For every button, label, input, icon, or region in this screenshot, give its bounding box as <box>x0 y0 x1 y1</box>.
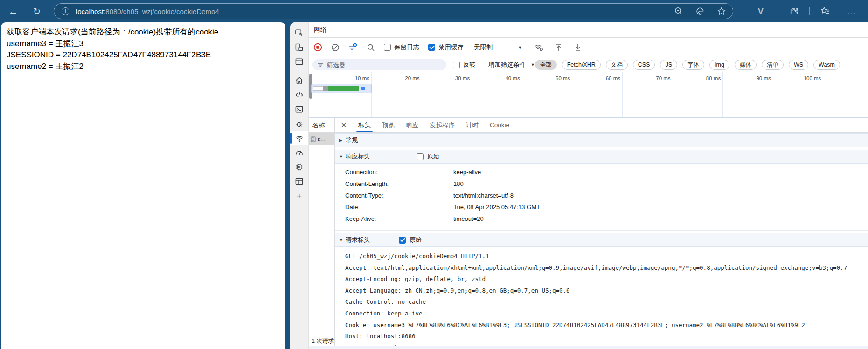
clear-button[interactable] <box>331 43 340 52</box>
zoom-out-icon[interactable] <box>674 7 683 16</box>
details-tab[interactable]: 预览 <box>376 118 400 132</box>
filter-chip[interactable]: JS <box>660 60 677 70</box>
sidebar-memory-button[interactable] <box>290 160 308 174</box>
sidebar-application-button[interactable] <box>290 174 308 189</box>
expanded-triangle-icon: ▼ <box>339 238 346 242</box>
request-list-empty-area <box>309 145 334 334</box>
application-icon <box>295 177 304 186</box>
throttling-dropdown[interactable]: 无限制 ▼ <box>474 43 522 52</box>
sidebar-elements-button[interactable] <box>290 88 308 102</box>
favorite-star-icon[interactable] <box>717 7 726 16</box>
export-har-button[interactable] <box>574 43 582 52</box>
filter-input-pill[interactable] <box>312 59 446 70</box>
browser-topbar: ← ↻ i localhost:8080/ch05_wzj/cookie/coo… <box>0 0 868 22</box>
network-overview[interactable]: 10 ms20 ms30 ms40 ms50 ms60 ms70 ms80 ms… <box>309 72 868 118</box>
sidebar-device-emulation-button[interactable] <box>290 40 308 55</box>
filter-icon <box>317 62 324 68</box>
preserve-log-toggle[interactable]: 保留日志 <box>384 43 419 52</box>
request-list: 名称 c... 1 次请求 <box>309 118 335 349</box>
request-details-pane: ✕ 标头 预览响应发起程序计时Cookie ▶ 常规 ▼ <box>335 118 868 349</box>
request-headers-section-header[interactable]: ▼ 请求标头 原始 <box>335 233 868 247</box>
waterfall-marker-dot <box>361 87 365 90</box>
vue-devtools-icon[interactable]: V <box>757 6 763 16</box>
device-emulation-icon <box>295 43 304 52</box>
filter-chip[interactable]: 字体 <box>682 60 704 70</box>
filter-input[interactable] <box>327 62 439 68</box>
search-button[interactable] <box>367 43 375 52</box>
settings-menu-icon[interactable]: … <box>847 7 857 16</box>
filter-chip[interactable]: 媒体 <box>735 60 757 70</box>
sidebar-inspect-button[interactable] <box>290 26 308 40</box>
page-text-line: username2 = 王振江2 <box>7 61 280 73</box>
invert-filter-toggle[interactable]: 反转 <box>453 61 476 69</box>
timeline-ruler: 10 ms20 ms30 ms40 ms50 ms60 ms70 ms80 ms… <box>309 72 868 117</box>
refresh-button[interactable]: ↻ <box>33 7 41 16</box>
details-tab[interactable]: 响应 <box>400 118 424 132</box>
filter-chip[interactable]: 文档 <box>606 60 628 70</box>
request-row-selected[interactable]: c... <box>309 133 334 145</box>
extensions-icon[interactable] <box>789 7 799 16</box>
sidebar-performance-button[interactable] <box>290 145 308 160</box>
headers-content: ▶ 常规 ▼ 响应标头 原始 <box>335 133 868 349</box>
filter-chip[interactable]: Wasm <box>813 60 840 70</box>
url-host: localhost <box>76 7 104 15</box>
response-raw-toggle[interactable]: 原始 <box>417 152 439 161</box>
back-button[interactable]: ← <box>8 7 18 16</box>
export-har-icon <box>574 43 582 52</box>
invert-checkbox[interactable] <box>453 62 460 68</box>
sidebar-network-button[interactable] <box>290 131 308 145</box>
expanded-triangle-icon: ▼ <box>339 154 346 159</box>
header-value: text/html;charset=utf-8 <box>453 192 514 199</box>
details-tab[interactable]: 计时 <box>460 118 484 132</box>
disable-cache-toggle[interactable]: 禁用缓存 <box>428 43 464 52</box>
tab-headers[interactable]: 标头 <box>353 118 376 132</box>
filter-chip[interactable]: 清单 <box>762 60 784 70</box>
filter-chip-all[interactable]: 全部 <box>535 60 557 70</box>
details-tab[interactable]: Cookie <box>484 118 515 132</box>
filter-chip[interactable]: CSS <box>633 60 655 70</box>
preserve-log-label: 保留日志 <box>394 43 419 52</box>
sidebar-more-tools-button[interactable]: + <box>290 189 308 203</box>
disable-cache-checkbox[interactable] <box>428 44 435 51</box>
filter-bar-divider <box>482 61 482 69</box>
details-tab[interactable]: 发起程序 <box>424 118 460 132</box>
name-column-header[interactable]: 名称 <box>309 118 334 133</box>
sidebar-console-button[interactable] <box>290 102 308 116</box>
sidebar-debugger-button[interactable] <box>290 116 308 131</box>
raw-header-line: Cookie: username3=%E7%8E%8B%E6%8C%AF%E6%… <box>345 320 868 331</box>
response-header-row: Date: Tue, 08 Apr 2025 05:47:13 GMT <box>335 201 868 213</box>
response-header-row: Content-Length: 180 <box>335 178 868 190</box>
sidebar-divider <box>293 71 305 71</box>
filter-toggle-button[interactable] <box>348 43 358 52</box>
site-info-icon[interactable]: i <box>62 7 69 15</box>
page-text-line: username3 = 王振江3 <box>7 38 280 50</box>
general-section-header[interactable]: ▶ 常规 <box>335 133 868 147</box>
filter-chip[interactable]: Fetch/XHR <box>562 60 601 70</box>
raw-header-line: Accept-Language: zh-CN,zh;q=0.9,en;q=0.8… <box>345 285 868 297</box>
response-headers-section-header[interactable]: ▼ 响应标头 原始 <box>335 150 868 164</box>
debugger-icon <box>295 119 304 128</box>
sidebar-window-button[interactable] <box>290 55 308 69</box>
import-har-button[interactable] <box>555 43 563 52</box>
filter-chip[interactable]: WS <box>789 60 808 70</box>
ruler-column: 30 ms <box>422 72 472 117</box>
more-filters-dropdown[interactable]: 增加筛选条件 ▼ <box>488 61 535 69</box>
edge-split-icon[interactable] <box>695 7 705 16</box>
request-raw-checkbox[interactable] <box>399 237 406 244</box>
page-text-line: 获取客户端本次请求(当前路径为：/cookie)携带所有的cookie <box>7 27 280 38</box>
address-bar[interactable]: i localhost:8080/ch05_wzj/cookie/cookieD… <box>54 3 734 19</box>
request-waterfall-bar[interactable] <box>311 84 372 93</box>
request-raw-toggle[interactable]: 原始 <box>399 236 422 244</box>
preserve-log-checkbox[interactable] <box>384 44 391 51</box>
collections-icon[interactable] <box>820 6 830 16</box>
response-raw-checkbox[interactable] <box>417 153 424 160</box>
header-name: Content-Length: <box>345 180 453 187</box>
close-details-button[interactable]: ✕ <box>335 121 353 130</box>
filter-chip[interactable]: Img <box>709 60 729 70</box>
record-stop-button[interactable] <box>313 43 322 52</box>
horizontal-scrollbar[interactable] <box>309 346 868 349</box>
document-icon <box>311 136 316 142</box>
network-conditions-button[interactable] <box>534 43 544 52</box>
response-header-row: Keep-Alive: timeout=20 <box>335 213 868 225</box>
sidebar-home-button[interactable] <box>290 73 308 88</box>
